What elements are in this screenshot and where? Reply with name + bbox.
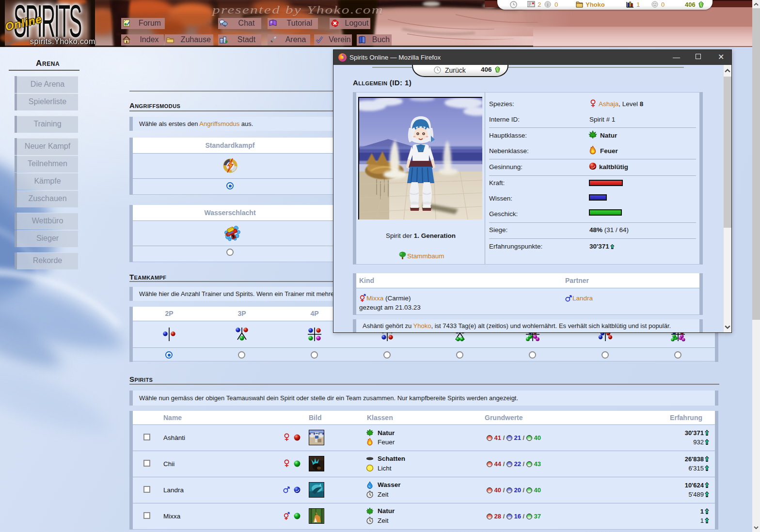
svg-text:i: i bbox=[547, 2, 549, 7]
